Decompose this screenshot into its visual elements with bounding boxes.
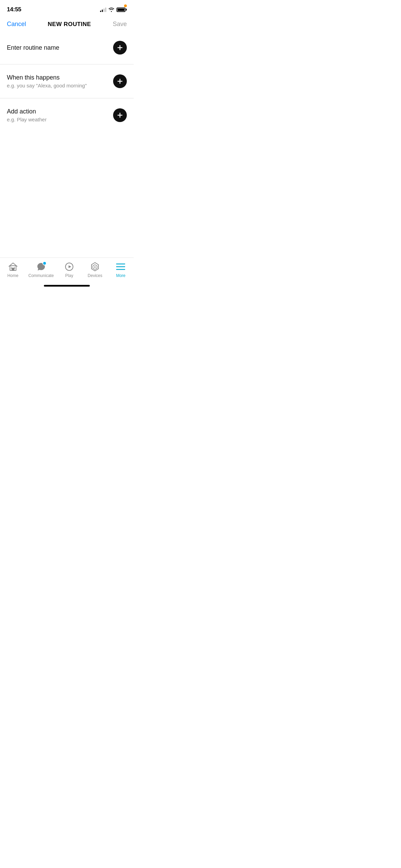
content-area: Enter routine name When this happens e.g… [0, 31, 134, 257]
svg-rect-9 [14, 267, 16, 269]
status-time: 14:55 [7, 6, 21, 13]
play-icon [64, 262, 74, 272]
tab-play[interactable]: Play [59, 262, 80, 278]
more-icon [116, 262, 125, 272]
tab-communicate-label: Communicate [28, 273, 54, 278]
cancel-button[interactable]: Cancel [7, 21, 26, 28]
orange-dot-indicator [124, 4, 127, 7]
status-bar: 14:55 [0, 0, 134, 17]
tab-devices-label: Devices [88, 273, 102, 278]
communicate-badge [42, 261, 47, 265]
svg-rect-8 [10, 267, 12, 269]
signal-icon [100, 7, 106, 12]
routine-name-label: Enter routine name [7, 44, 59, 51]
save-button[interactable]: Save [113, 21, 127, 28]
wifi-icon [108, 7, 114, 12]
status-icons [100, 7, 127, 12]
add-action-label: Add action [7, 108, 47, 115]
devices-icon [90, 262, 100, 272]
tab-bar: Home Communicate Play Dev [0, 257, 134, 285]
nav-bar: Cancel NEW ROUTINE Save [0, 17, 134, 31]
home-indicator [44, 285, 90, 287]
tab-communicate[interactable]: Communicate [28, 262, 54, 278]
svg-rect-7 [12, 268, 14, 270]
add-action-button[interactable] [113, 108, 127, 122]
tab-play-label: Play [65, 273, 73, 278]
tab-more-label: More [116, 273, 125, 278]
battery-icon [117, 8, 127, 12]
when-this-happens-add-button[interactable] [113, 74, 127, 88]
when-this-happens-subtitle: e.g. you say "Alexa, good morning" [7, 83, 87, 88]
tab-home-label: Home [8, 273, 19, 278]
page-title: NEW ROUTINE [48, 21, 91, 28]
tab-home[interactable]: Home [3, 262, 23, 278]
communicate-icon [36, 262, 46, 272]
home-icon [8, 262, 18, 272]
routine-name-row[interactable]: Enter routine name [0, 31, 134, 64]
when-this-happens-label: When this happens [7, 74, 87, 81]
svg-point-11 [94, 266, 96, 268]
add-action-subtitle: e.g. Play weather [7, 117, 47, 122]
when-this-happens-row[interactable]: When this happens e.g. you say "Alexa, g… [0, 64, 134, 98]
add-action-row[interactable]: Add action e.g. Play weather [0, 98, 134, 132]
routine-name-add-button[interactable] [113, 41, 127, 55]
tab-devices[interactable]: Devices [85, 262, 105, 278]
tab-more[interactable]: More [110, 262, 131, 278]
